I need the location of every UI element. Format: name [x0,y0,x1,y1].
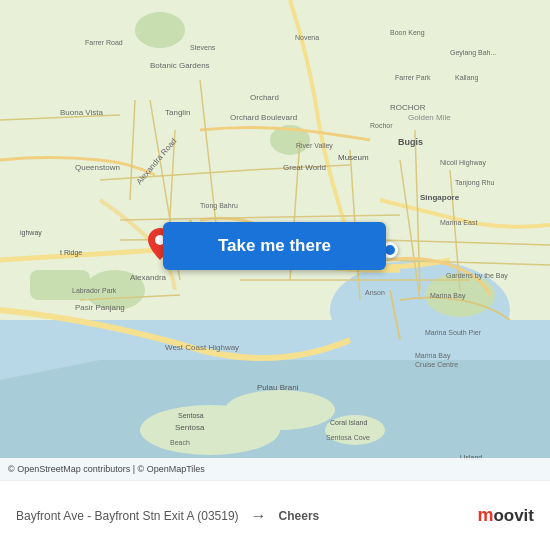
moovit-logo: moovit [477,505,534,526]
svg-text:Tanglin: Tanglin [165,108,190,117]
svg-text:Boon Keng: Boon Keng [390,29,425,37]
svg-text:Tanjong Rhu: Tanjong Rhu [455,179,494,187]
svg-text:ROCHOR: ROCHOR [390,103,426,112]
svg-text:Geylang Bah...: Geylang Bah... [450,49,496,57]
svg-text:Museum: Museum [338,153,369,162]
svg-text:Gardens by the Bay: Gardens by the Bay [446,272,508,280]
bottom-bar: Bayfront Ave - Bayfront Stn Exit A (0351… [0,480,550,550]
svg-text:Labrador Park: Labrador Park [72,287,117,294]
svg-text:Pasir Panjang: Pasir Panjang [75,303,125,312]
map-attribution: © OpenStreetMap contributors | © OpenMap… [0,458,550,480]
attribution-text: © OpenStreetMap contributors | © OpenMap… [8,464,205,474]
svg-text:Orchard Boulevard: Orchard Boulevard [230,113,297,122]
svg-text:Great World: Great World [283,163,326,172]
svg-text:Novena: Novena [295,34,319,41]
svg-text:Coral Island: Coral Island [330,419,367,426]
svg-text:Farrer Road: Farrer Road [85,39,123,46]
svg-text:Sentosa: Sentosa [178,412,204,419]
svg-text:Anson: Anson [365,289,385,296]
route-info: Bayfront Ave - Bayfront Stn Exit A (0351… [16,507,465,525]
take-me-there-button[interactable]: Take me there [163,222,386,270]
svg-text:Botanic Gardens: Botanic Gardens [150,61,210,70]
svg-text:Marina Bay: Marina Bay [430,292,466,300]
svg-text:Kallang: Kallang [455,74,478,82]
svg-text:Farrer Park: Farrer Park [395,74,431,81]
moovit-wordmark: moovit [477,505,534,526]
svg-text:West Coast Highway: West Coast Highway [165,343,239,352]
svg-text:Beach: Beach [170,439,190,446]
svg-text:Tiong Bahru: Tiong Bahru [200,202,238,210]
from-label: Bayfront Ave - Bayfront Stn Exit A (0351… [16,509,239,523]
map-container: Buona Vista Queenstown Tanglin Orchard O… [0,0,550,480]
arrow-icon: → [251,507,267,525]
svg-text:t Ridge: t Ridge [60,249,82,257]
svg-text:Pulau Brani: Pulau Brani [257,383,299,392]
svg-text:Marina East: Marina East [440,219,477,226]
svg-text:Marina South Pier: Marina South Pier [425,329,482,336]
svg-text:Marina Bay: Marina Bay [415,352,451,360]
to-label: Cheers [279,509,320,523]
svg-text:Orchard: Orchard [250,93,279,102]
svg-text:Stevens: Stevens [190,44,216,51]
svg-text:Sentosa: Sentosa [175,423,205,432]
svg-text:Golden Mile: Golden Mile [408,113,451,122]
svg-text:ighway: ighway [20,229,42,237]
svg-text:Queenstown: Queenstown [75,163,120,172]
svg-text:Singapore: Singapore [420,193,460,202]
svg-text:River Valley: River Valley [296,142,333,150]
svg-rect-8 [30,270,90,300]
svg-text:Buona Vista: Buona Vista [60,108,104,117]
svg-text:Sentosa Cove: Sentosa Cove [326,434,370,441]
svg-point-5 [140,405,280,455]
svg-text:Bugis: Bugis [398,137,423,147]
svg-text:Nicoll Highway: Nicoll Highway [440,159,486,167]
svg-text:Rochor: Rochor [370,122,393,129]
svg-point-10 [135,12,185,48]
svg-text:Cruise Centre: Cruise Centre [415,361,458,368]
svg-text:Alexandra: Alexandra [130,273,167,282]
